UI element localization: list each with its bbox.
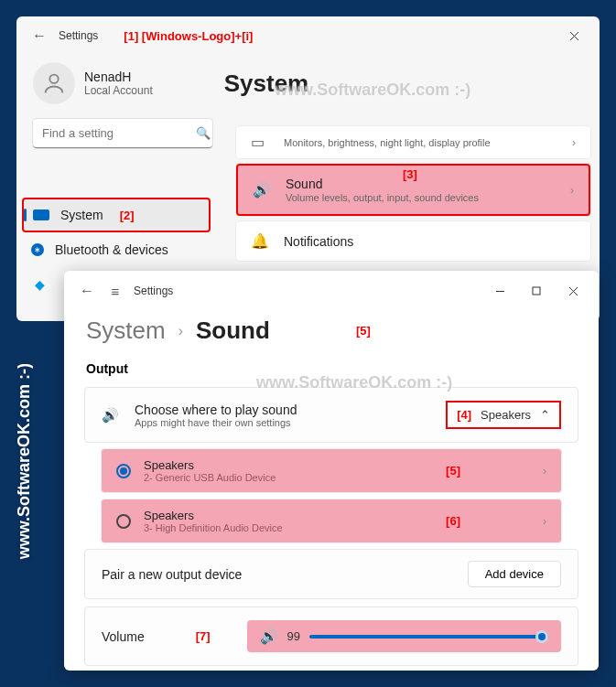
maximize-button[interactable] — [518, 277, 555, 305]
volume-row: Volume [7] 🔊 99 — [84, 606, 578, 666]
chevron-right-icon: › — [572, 136, 576, 149]
wifi-icon: ◆ — [31, 278, 48, 291]
radio-unselected[interactable] — [116, 514, 131, 529]
display-icon: ▭ — [251, 134, 271, 151]
menu-button[interactable]: ≡ — [103, 284, 128, 299]
breadcrumb-parent[interactable]: System — [86, 317, 166, 345]
user-name: NenadH — [84, 70, 153, 84]
annotation-2: [2] — [120, 209, 135, 222]
svg-rect-1 — [533, 287, 540, 295]
choose-output-card[interactable]: 🔊 Choose where to play sound Apps might … — [84, 387, 578, 443]
user-row: NenadH Local Account System — [16, 55, 600, 112]
list-item-title: Notifications — [284, 234, 576, 249]
annotation-1: [1] [Windows-Logo]+[i] — [124, 29, 253, 43]
sidebar-item-bluetooth[interactable]: ∗ Bluetooth & devices — [16, 232, 216, 267]
sound-icon: 🔊 — [253, 181, 273, 199]
pair-device-row: Pair a new output device Add device — [84, 549, 578, 599]
list-item-notifications[interactable]: 🔔 Notifications — [236, 221, 590, 261]
chevron-right-icon: › — [570, 184, 574, 197]
sidebar-item-system[interactable]: System [2] — [22, 198, 211, 232]
radio-selected[interactable] — [116, 464, 131, 478]
annotation-6: [6] — [446, 514, 460, 528]
annotation-4: [4] — [457, 408, 471, 422]
volume-control[interactable]: 🔊 99 — [247, 620, 561, 652]
breadcrumb: System › Sound [5] — [64, 311, 599, 349]
chevron-right-icon: › — [543, 515, 546, 528]
window-title: Settings — [59, 29, 98, 42]
device-sub: 3- High Definition Audio Device — [144, 522, 446, 533]
slider-thumb[interactable] — [535, 630, 548, 643]
list-item-title: Sound — [286, 177, 570, 191]
selected-output: Speakers — [481, 408, 531, 422]
chevron-right-icon: › — [543, 465, 546, 478]
bell-icon: 🔔 — [251, 232, 271, 250]
close-button[interactable] — [556, 22, 592, 49]
pair-label: Pair a new output device — [102, 567, 468, 582]
svg-point-0 — [49, 75, 58, 83]
volume-slider[interactable] — [309, 635, 548, 639]
sound-icon: 🔊 — [102, 407, 122, 424]
computer-icon — [33, 209, 49, 220]
watermark-vertical: www.SoftwareOK.com :-) — [15, 363, 34, 559]
list-item-display[interactable]: ▭ Monitors, brightness, night light, dis… — [236, 126, 590, 158]
back-button[interactable]: ← — [71, 283, 103, 299]
device-title: Speakers — [144, 509, 446, 522]
device-title: Speakers — [144, 458, 446, 472]
search-input[interactable] — [33, 119, 212, 148]
device-row-1[interactable]: Speakers 2- Generic USB Audio Device [5]… — [101, 448, 562, 493]
main-list: ▭ Monitors, brightness, night light, dis… — [236, 126, 590, 266]
titlebar: ← Settings [1] [Windows-Logo]+[i] — [16, 16, 600, 55]
volume-label: Volume — [102, 629, 145, 644]
breadcrumb-current: Sound — [196, 317, 270, 345]
annotation-7: [7] — [196, 629, 211, 643]
device-row-2[interactable]: Speakers 3- High Definition Audio Device… — [101, 499, 562, 543]
page-title: System — [224, 70, 309, 98]
window-title: Settings — [134, 284, 173, 297]
bluetooth-icon: ∗ — [31, 243, 44, 256]
minimize-button[interactable] — [481, 277, 518, 305]
back-button[interactable]: ← — [24, 27, 55, 44]
card-sub: Apps might have their own settings — [135, 417, 446, 428]
sound-icon: 🔊 — [260, 628, 278, 645]
sidebar-item-label: Bluetooth & devices — [55, 242, 168, 257]
chevron-up-icon: ⌃ — [540, 408, 550, 422]
volume-value: 99 — [287, 629, 300, 643]
list-item-sound[interactable]: 🔊 Sound Volume levels, output, input, so… — [236, 164, 590, 216]
titlebar: ← ≡ Settings — [64, 271, 599, 311]
close-button[interactable] — [555, 277, 591, 305]
add-device-button[interactable]: Add device — [468, 561, 561, 587]
device-sub: 2- Generic USB Audio Device — [144, 472, 446, 483]
sidebar-item-label: System — [60, 208, 103, 222]
user-account-type: Local Account — [84, 84, 153, 97]
card-title: Choose where to play sound — [135, 403, 446, 417]
chevron-right-icon: › — [178, 323, 183, 339]
avatar[interactable] — [33, 62, 75, 104]
annotation-5b: [5] — [446, 464, 460, 478]
annotation-5: [5] — [356, 324, 371, 338]
output-selector[interactable]: [4] Speakers ⌃ — [446, 401, 561, 429]
search-icon: 🔍 — [196, 126, 211, 140]
section-output: Output — [64, 349, 599, 383]
settings-sound-window: ← ≡ Settings System › Sound [5] Output 🔊… — [64, 271, 599, 671]
list-item-sub: Volume levels, output, input, sound devi… — [286, 192, 570, 203]
list-item-sub: Monitors, brightness, night light, displ… — [284, 137, 572, 148]
